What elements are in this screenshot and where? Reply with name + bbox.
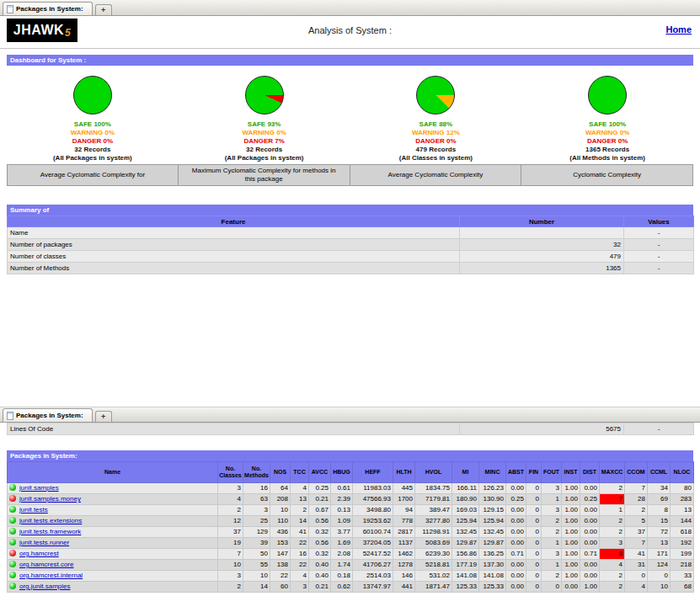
- metric-cell: 0: [526, 560, 542, 571]
- metric-cell: 1.00: [562, 505, 580, 516]
- metric-cell: 0.56: [309, 538, 331, 549]
- metric-cell: 0.21: [309, 494, 331, 505]
- metric-cell: 7: [600, 494, 625, 505]
- metric-cell: 1: [542, 560, 562, 571]
- metric-cell: 5: [625, 516, 648, 527]
- metric-cell: 0.00: [580, 516, 600, 527]
- metric-cell: 0.00: [580, 527, 600, 538]
- warning-label: WARNING 12%: [399, 129, 473, 137]
- gauge-caption: Average Cyclomatic Complexity: [350, 164, 522, 186]
- metric-cell: 72: [648, 527, 671, 538]
- metric-cell: 0.18: [331, 571, 353, 582]
- table-row: org.hamcrest.core1055138220.401.7441706.…: [8, 560, 694, 571]
- column-header: Number: [460, 216, 624, 227]
- metric-cell: 2: [542, 516, 562, 527]
- column-header: No. Classes: [218, 462, 243, 483]
- package-link[interactable]: org.hamcrest.core: [19, 561, 73, 568]
- metric-cell: 4: [291, 571, 309, 582]
- summary-table-body: Name-Number of packages32-Number of clas…: [8, 227, 694, 274]
- package-link[interactable]: org.hamcrest: [19, 550, 59, 557]
- values-cell: -: [624, 251, 694, 263]
- package-link[interactable]: junit.tests: [19, 506, 48, 514]
- metric-cell: 2: [600, 582, 625, 593]
- metric-cell: 132.45: [452, 527, 479, 538]
- home-link[interactable]: Home: [665, 24, 692, 35]
- metric-cell: 0.00: [506, 527, 526, 538]
- document-icon: [7, 412, 13, 420]
- ok-status-icon: [9, 561, 16, 567]
- package-link[interactable]: junit.tests.runner: [19, 539, 69, 546]
- gauge-caption: Cyclomatic Complexity: [521, 164, 693, 186]
- metric-cell: 0.71: [580, 549, 600, 560]
- values-cell: -: [624, 423, 694, 435]
- metric-cell: 125.33: [479, 582, 506, 593]
- column-header: HVOL: [415, 462, 452, 483]
- metric-cell: 0.00: [580, 571, 600, 582]
- package-link[interactable]: org.hamcrest.internal: [19, 572, 83, 579]
- metric-cell: 94: [393, 505, 415, 516]
- package-name-cell: org.hamcrest.core: [8, 560, 218, 571]
- column-header: NLOC: [671, 462, 694, 483]
- scope-label: (All Methods in system): [569, 154, 645, 162]
- column-header: FIN: [526, 462, 542, 483]
- metric-cell: 1.00: [562, 527, 580, 538]
- metric-cell: 0: [648, 571, 671, 582]
- package-link[interactable]: junit.samples.money: [19, 495, 81, 503]
- column-header: INST: [562, 462, 580, 483]
- tab-packages-in-system[interactable]: Packages in System:: [3, 408, 93, 422]
- ok-status-icon: [9, 528, 16, 535]
- metric-cell: 19253.62: [353, 516, 393, 527]
- whitespace-gap: [0, 274, 700, 407]
- package-link[interactable]: junit.tests.extensions: [19, 517, 82, 524]
- metric-cell: 7: [625, 483, 648, 494]
- metric-cell: 0.25: [580, 494, 600, 505]
- metric-cell: 137.30: [479, 560, 506, 571]
- metric-cell: 1.00: [580, 582, 600, 593]
- metric-cell: 2: [625, 505, 648, 516]
- metric-cell: 1: [542, 538, 562, 549]
- tab-packages-in-system[interactable]: Packages in System:: [3, 2, 93, 15]
- package-name-cell: junit.samples.money: [8, 494, 218, 505]
- column-header: AVCC: [309, 462, 331, 483]
- metric-cell: 166.11: [452, 483, 479, 494]
- packages-table-body: junit.samples3166440.250.6111983.0344518…: [8, 483, 694, 593]
- ok-status-icon: [9, 506, 16, 513]
- metric-cell: 531.02: [415, 571, 452, 582]
- tab-label: Packages in System:: [16, 412, 83, 419]
- metric-cell: 3: [243, 505, 270, 516]
- metric-cell: 1.00: [562, 494, 580, 505]
- metric-cell: 0.62: [331, 582, 353, 593]
- gauge-captions-row: Average Cyclomatic Complexity forMaximum…: [7, 164, 693, 186]
- metric-cell: 3277.80: [415, 516, 452, 527]
- package-link[interactable]: junit.samples: [19, 484, 59, 492]
- metric-cell: 10: [218, 560, 243, 571]
- metric-cell: 2: [542, 527, 562, 538]
- metric-cell: 1.00: [562, 483, 580, 494]
- metric-cell: 22: [270, 571, 291, 582]
- new-tab-button[interactable]: +: [95, 411, 112, 422]
- metric-cell: 28: [625, 494, 648, 505]
- package-link[interactable]: junit.tests.framework: [19, 528, 81, 535]
- metric-cell: 37: [625, 527, 648, 538]
- records-label: 479 Records: [399, 146, 473, 154]
- metric-cell: 60100.74: [353, 527, 393, 538]
- metric-cell: 3.77: [331, 527, 353, 538]
- packages-section-header: Packages in System:: [7, 450, 693, 461]
- column-header: Feature: [8, 216, 460, 227]
- metric-cell: 7179.81: [415, 494, 452, 505]
- metric-cell: 0.00: [580, 483, 600, 494]
- metric-cell: 6239.30: [415, 549, 452, 560]
- danger-label: DANGER 7%: [225, 137, 304, 146]
- metric-cell: 4: [600, 560, 625, 571]
- metric-cell: 1.00: [562, 516, 580, 527]
- metric-cell: 1137: [393, 538, 415, 549]
- danger-label: DANGER 0%: [53, 137, 132, 146]
- metric-cell: 3: [600, 538, 625, 549]
- lines-of-code-body: Lines Of Code5675-: [8, 423, 694, 435]
- ok-status-icon: [9, 484, 16, 491]
- column-header: MI: [452, 462, 479, 483]
- new-tab-button[interactable]: +: [95, 4, 112, 15]
- metric-cell: 13747.97: [353, 582, 393, 593]
- package-link[interactable]: org.junit.samples: [19, 583, 70, 590]
- metric-cell: 4: [291, 483, 309, 494]
